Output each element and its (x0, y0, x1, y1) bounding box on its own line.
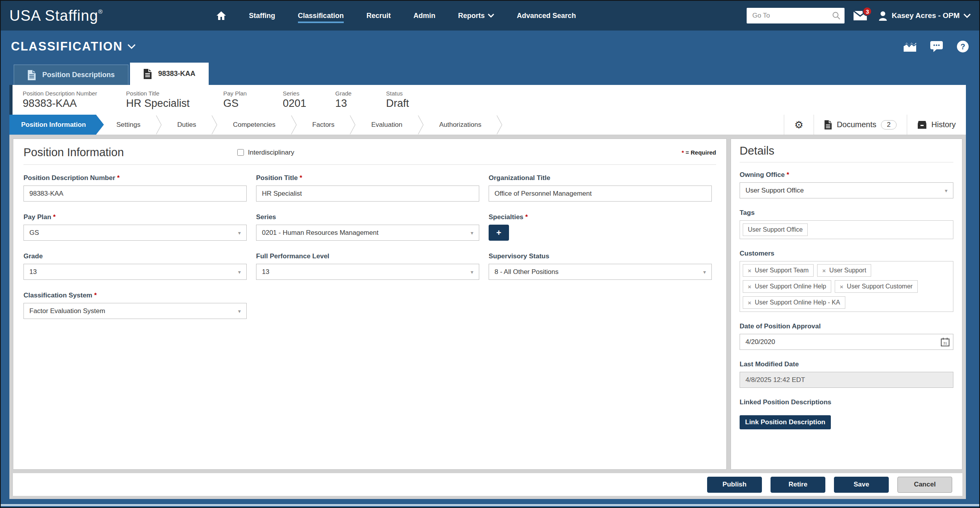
classification-system-select[interactable]: Factor Evaluation System ▾ (23, 303, 247, 319)
step-authorizations[interactable]: Authorizations (424, 115, 496, 135)
field-series: Series 0201 - Human Resources Management… (256, 213, 479, 241)
nav-item-recruit[interactable]: Recruit (366, 9, 391, 23)
summary-field-grade: Grade 13 (335, 90, 352, 110)
approval-date-wrap: 31 (740, 334, 953, 350)
publish-button[interactable]: Publish (707, 477, 762, 493)
user-icon (878, 11, 888, 21)
customer-chip: × User Support Customer (835, 280, 918, 293)
nav-item-reports[interactable]: Reports (458, 9, 494, 23)
content-wrapper: Position Descriptions 98383-KAA Position… (9, 63, 966, 499)
add-specialty-button[interactable]: + (489, 225, 509, 241)
usa-staffing-logo: USA Staffing ® (9, 7, 103, 24)
history-button[interactable]: History (907, 115, 966, 135)
required-asterisk: * (787, 171, 789, 178)
supervisory-status-select[interactable]: 8 - All Other Positions ▾ (489, 264, 712, 280)
summary-value: 98383-KAA (23, 97, 97, 110)
details-title: Details (740, 144, 953, 157)
help-icon-svg: ? (957, 40, 969, 53)
step-duties[interactable]: Duties (162, 115, 211, 135)
field-classification-system: Classification System * Factor Evaluatio… (23, 292, 247, 319)
field-label: Specialties * (489, 213, 712, 221)
field-label: Last Modified Date (740, 360, 953, 368)
nav-item-staffing[interactable]: Staffing (249, 9, 275, 23)
required-asterisk: * (53, 213, 56, 221)
nav-item-admin[interactable]: Admin (413, 9, 435, 23)
help-icon[interactable]: ? (957, 40, 969, 53)
search-icon-svg (832, 11, 841, 20)
required-legend: * = Required (682, 149, 716, 156)
field-label: Classification System * (23, 292, 247, 299)
remove-chip-icon[interactable]: × (748, 283, 751, 290)
documents-button[interactable]: Documents 2 (814, 115, 907, 135)
field-last-modified-date: Last Modified Date (740, 360, 953, 388)
field-label: Position Title * (256, 174, 479, 182)
nav-item-advanced-search[interactable]: Advanced Search (517, 9, 576, 23)
selected-value: Factor Evaluation System (29, 307, 105, 315)
calendar-icon-svg: 31 (941, 337, 949, 346)
document-icon (27, 70, 36, 81)
position-description-number-input[interactable] (23, 186, 247, 202)
summary-label: Position Title (126, 90, 190, 97)
position-title-input[interactable] (256, 186, 479, 202)
cancel-button[interactable]: Cancel (897, 477, 952, 493)
selected-value: 13 (262, 268, 269, 276)
pay-plan-select[interactable]: GS ▾ (23, 225, 247, 241)
customer-chip-label: User Support Team (755, 267, 809, 274)
owning-office-select[interactable]: User Support Office ▾ (740, 182, 953, 198)
summary-label: Pay Plan (223, 90, 247, 97)
field-pay-plan: Pay Plan * GS ▾ (23, 213, 247, 241)
messages-button[interactable]: 3 (853, 11, 870, 21)
interdisciplinary-checkbox[interactable] (237, 149, 244, 156)
customers-box[interactable]: × User Support Team × User Support × Use… (740, 261, 953, 312)
user-name: Kasey Acres - OPM (892, 11, 960, 20)
home-icon[interactable] (216, 8, 226, 23)
summary-field-payplan: Pay Plan GS (223, 90, 247, 110)
document-tabs: Position Descriptions 98383-KAA (9, 63, 966, 85)
field-date-of-position-approval: Date of Position Approval 31 (740, 322, 953, 350)
link-position-description-button[interactable]: Link Position Description (740, 415, 831, 429)
history-icon (917, 121, 927, 129)
user-menu[interactable]: Kasey Acres - OPM (878, 11, 971, 21)
retire-button[interactable]: Retire (771, 477, 825, 493)
nav-item-classification[interactable]: Classification (298, 9, 344, 23)
field-organizational-title: Organizational Title (489, 174, 712, 202)
grade-select[interactable]: 13 ▾ (23, 264, 247, 280)
tab-98383-kaa[interactable]: 98383-KAA (130, 63, 209, 85)
step-competencies[interactable]: Competencies (218, 115, 291, 135)
goto-search (747, 8, 845, 23)
save-button[interactable]: Save (834, 477, 889, 493)
step-evaluation[interactable]: Evaluation (356, 115, 417, 135)
field-label: Supervisory Status (489, 252, 712, 260)
step-position-information[interactable]: Position Information (9, 115, 104, 135)
customer-chip-label: User Support (829, 267, 866, 274)
settings-gear-button[interactable]: ⚙ (784, 115, 814, 135)
tab-position-descriptions[interactable]: Position Descriptions (14, 65, 128, 85)
page-title-menu[interactable]: CLASSIFICATION (11, 40, 135, 54)
remove-chip-icon[interactable]: × (840, 283, 843, 290)
remove-chip-icon[interactable]: × (748, 267, 751, 274)
approval-date-input[interactable] (740, 334, 953, 350)
step-separator (349, 115, 356, 135)
summary-label: Position Description Number (23, 90, 97, 97)
search-icon[interactable] (832, 11, 841, 20)
step-settings[interactable]: Settings (101, 115, 155, 135)
customer-chip: × User Support Online Help (743, 280, 831, 293)
feedback-chat-icon[interactable] (930, 41, 943, 52)
details-body: Owning Office * User Support Office ▾ Ta… (740, 162, 953, 429)
history-label: History (931, 120, 956, 129)
summary-value: 0201 (283, 97, 306, 110)
series-select[interactable]: 0201 - Human Resources Management ▾ (256, 225, 479, 241)
inbox-icon[interactable] (903, 41, 917, 52)
field-label-text: Pay Plan (23, 213, 51, 221)
tags-box[interactable]: User Support Office (740, 220, 953, 239)
goto-search-input[interactable] (747, 8, 845, 23)
remove-chip-icon[interactable]: × (822, 267, 826, 274)
full-performance-level-select[interactable]: 13 ▾ (256, 264, 479, 280)
organizational-title-input[interactable] (489, 186, 712, 202)
remove-chip-icon[interactable]: × (748, 299, 751, 306)
step-factors[interactable]: Factors (298, 115, 350, 135)
summary-label: Grade (335, 90, 352, 97)
calendar-icon[interactable]: 31 (941, 337, 949, 346)
workflow-steps: Position Information Settings Duties Com… (9, 115, 966, 135)
tag-chip: User Support Office (743, 223, 808, 236)
